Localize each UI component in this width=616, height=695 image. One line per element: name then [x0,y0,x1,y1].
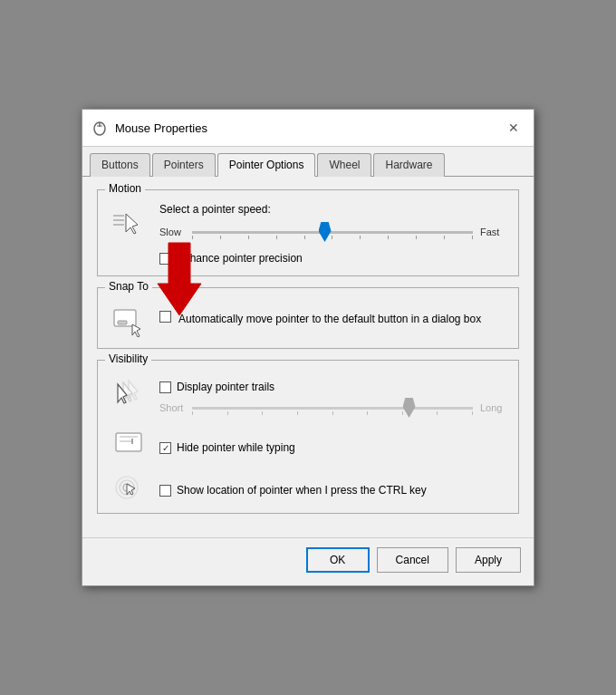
snap-cursor-icon [111,301,147,337]
long-label: Long [480,402,505,413]
enhance-precision-checkbox[interactable] [159,253,171,265]
snap-text: Automatically move pointer to the defaul… [178,311,481,327]
slow-label: Slow [159,227,185,237]
trails-slider-row: Short [159,399,505,417]
trails-checkbox-row: Display pointer trails [159,381,505,393]
hide-pointer-row: Hide pointer while typing [111,426,505,459]
snap-section: Snap To Automatically move pointer to th… [97,287,519,349]
mouse-icon [91,120,108,136]
tab-buttons[interactable]: Buttons [90,153,150,177]
short-label: Short [159,402,185,413]
enhance-precision-label: Enhance pointer precision [177,252,303,265]
svg-marker-9 [132,324,140,337]
title-bar-left: Mouse Properties [91,120,207,136]
speed-slider[interactable] [192,223,473,241]
trails-checkbox[interactable] [159,381,171,393]
ctrl-location-icon [111,468,147,502]
motion-section: Motion Select a pointer speed: [97,189,519,276]
visibility-section: Visibility Display pointer trails [97,360,519,514]
tab-wheel[interactable]: Wheel [317,153,371,177]
snap-to-checkbox[interactable] [159,311,171,323]
ctrl-location-row: Show location of pointer when I press th… [111,468,505,502]
apply-button[interactable]: Apply [456,547,521,573]
svg-rect-8 [118,321,127,324]
snap-row: Automatically move pointer to the defaul… [111,301,505,337]
visibility-section-title: Visibility [105,352,151,365]
tab-content: Motion Select a pointer speed: [82,177,534,537]
speed-slider-thumb[interactable] [319,222,332,242]
tab-bar: Buttons Pointers Pointer Options Wheel H… [82,147,534,177]
trails-slider[interactable] [192,399,473,417]
cancel-button[interactable]: Cancel [377,547,448,573]
mouse-properties-window: Mouse Properties ✕ Buttons Pointers Poin… [82,109,534,586]
motion-section-title: Motion [105,182,145,195]
enhance-precision-row: Enhance pointer precision [159,252,505,265]
svg-rect-14 [116,433,141,451]
hide-typing-checkbox[interactable] [159,442,171,454]
snap-section-title: Snap To [105,280,152,293]
hide-typing-label: Hide pointer while typing [177,441,295,454]
hide-typing-checkbox-row: Hide pointer while typing [159,441,295,454]
motion-controls: Select a pointer speed: Slow [159,203,505,265]
close-button[interactable]: ✕ [503,117,525,139]
hide-pointer-icon [111,426,147,459]
fast-label: Fast [480,227,505,237]
ctrl-location-checkbox[interactable] [159,485,171,497]
trails-label: Display pointer trails [177,381,274,393]
svg-marker-6 [126,214,138,234]
footer: OK Cancel Apply [82,537,534,585]
slider-row: Slow [159,223,505,241]
motion-row: Select a pointer speed: Slow [111,203,505,265]
trails-slider-thumb[interactable] [403,398,416,418]
ctrl-location-checkbox-row: Show location of pointer when I press th… [159,484,427,497]
window-title: Mouse Properties [115,121,207,135]
ctrl-location-label: Show location of pointer when I press th… [177,484,427,497]
motion-cursor-icon [111,203,147,241]
speed-label: Select a pointer speed: [159,203,505,216]
tab-hardware[interactable]: Hardware [373,153,444,177]
trails-row: Display pointer trails Short [111,370,505,417]
trails-controls: Display pointer trails Short [159,370,505,417]
tab-pointers[interactable]: Pointers [152,153,216,177]
ok-button[interactable]: OK [306,547,370,573]
snap-content: Automatically move pointer to the defaul… [159,311,505,327]
trails-icon [111,377,147,410]
title-bar: Mouse Properties ✕ [82,110,534,147]
tab-pointer-options[interactable]: Pointer Options [217,153,316,177]
